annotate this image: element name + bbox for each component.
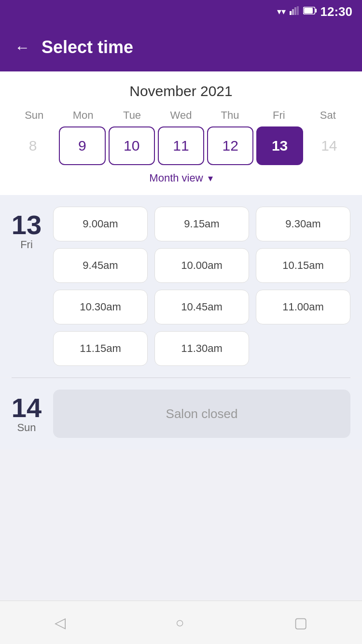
svg-rect-1 [292, 9, 294, 15]
recent-nav-icon[interactable]: ▢ [294, 614, 307, 631]
date-cell-13[interactable]: 13 [256, 126, 303, 165]
day-name-14: Sun [17, 421, 36, 434]
weekday-fri: Fri [254, 109, 303, 122]
page-title: Select time [42, 37, 133, 57]
status-icons: ▾▾ 12:30 [277, 4, 353, 19]
date-cell-14[interactable]: 14 [306, 126, 352, 165]
weekday-sun: Sun [10, 109, 58, 122]
time-slot-915am[interactable]: 9.15am [154, 207, 249, 241]
salon-closed-panel: Salon closed [53, 390, 350, 438]
time-slot-1030am[interactable]: 10.30am [53, 290, 148, 324]
time-slot-945am[interactable]: 9.45am [53, 248, 148, 283]
weekday-thu: Thu [206, 109, 254, 122]
day-number-14: 14 [12, 394, 42, 421]
date-cell-12[interactable]: 12 [207, 126, 253, 165]
chevron-down-icon: ▾ [208, 172, 213, 184]
time-slot-900am[interactable]: 9.00am [53, 207, 148, 241]
month-view-toggle[interactable]: Month view ▾ [10, 165, 352, 187]
svg-rect-0 [290, 11, 292, 15]
date-cell-8[interactable]: 8 [10, 126, 56, 165]
time-slot-1115am[interactable]: 11.15am [53, 331, 148, 366]
calendar-section: November 2021 Sun Mon Tue Wed Thu Fri Sa… [0, 71, 362, 195]
day-label-14: 14 Sun [0, 390, 53, 438]
day-number-13: 13 [12, 211, 42, 238]
signal-icon [290, 6, 299, 17]
time-slots-grid: 9.00am 9.15am 9.30am 9.45am 10.00am 10.1… [53, 207, 350, 366]
back-button[interactable]: ← [14, 39, 30, 56]
weekday-wed: Wed [156, 109, 205, 122]
time-slot-1015am[interactable]: 10.15am [256, 248, 350, 283]
wifi-icon: ▾▾ [277, 6, 286, 17]
weekday-tue: Tue [108, 109, 156, 122]
header: ← Select time [0, 23, 362, 71]
time-slot-1045am[interactable]: 10.45am [154, 290, 249, 324]
day-name-13: Fri [20, 238, 33, 251]
time-section-13: 13 Fri 9.00am 9.15am 9.30am 9.45am 10.00… [0, 195, 362, 378]
back-nav-icon[interactable]: ◁ [55, 614, 66, 631]
month-view-label: Month view [149, 172, 203, 184]
time-slot-1100am[interactable]: 11.00am [256, 290, 350, 324]
dates-row: 8 9 10 11 12 13 14 [10, 126, 352, 165]
date-cell-10[interactable]: 10 [109, 126, 155, 165]
weekday-sat: Sat [304, 109, 352, 122]
svg-rect-5 [315, 9, 317, 13]
closed-section-14: 14 Sun Salon closed [0, 378, 362, 449]
salon-closed-text: Salon closed [166, 406, 238, 421]
svg-rect-2 [294, 7, 296, 15]
svg-rect-6 [304, 8, 313, 14]
bottom-nav: ◁ ○ ▢ [0, 601, 362, 644]
date-cell-9[interactable]: 9 [59, 126, 105, 165]
time-slot-1130am[interactable]: 11.30am [154, 331, 249, 366]
status-bar: ▾▾ 12:30 [0, 0, 362, 23]
time-slot-930am[interactable]: 9.30am [256, 207, 350, 241]
month-title: November 2021 [10, 83, 352, 99]
svg-rect-3 [297, 6, 299, 15]
weekday-row: Sun Mon Tue Wed Thu Fri Sat [10, 109, 352, 122]
day-label-13: 13 Fri [0, 207, 53, 366]
time-slot-1000am[interactable]: 10.00am [154, 248, 249, 283]
status-time: 12:30 [320, 4, 353, 19]
date-cell-11[interactable]: 11 [158, 126, 204, 165]
home-nav-icon[interactable]: ○ [175, 615, 184, 631]
weekday-mon: Mon [58, 109, 107, 122]
battery-icon [303, 7, 317, 17]
